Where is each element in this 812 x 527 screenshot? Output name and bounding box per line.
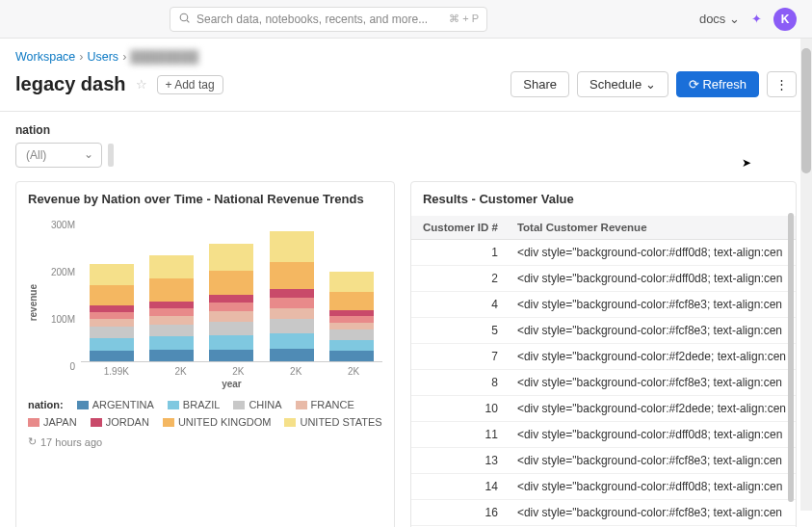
bar-segment xyxy=(329,351,374,361)
search-shortcut: ⌘ + P xyxy=(449,13,479,25)
legend-item[interactable]: UNITED STATES xyxy=(284,416,381,428)
bar-segment xyxy=(149,350,194,361)
search-input[interactable]: Search data, notebooks, recents, and mor… xyxy=(170,7,487,32)
table-row[interactable]: 11<div style="background-color:#dff0d8; … xyxy=(411,422,796,448)
legend-swatch xyxy=(233,401,245,409)
bar-segment xyxy=(149,308,194,316)
filter-resize-handle[interactable] xyxy=(108,144,114,167)
bar-segment xyxy=(209,322,253,335)
filter-label: nation xyxy=(15,123,797,137)
table-row[interactable]: 2<div style="background-color:#dff0d8; t… xyxy=(411,266,796,292)
legend-label: ARGENTINA xyxy=(92,399,154,410)
bar-segment xyxy=(90,351,134,361)
table-row[interactable]: 13<div style="background-color:#fcf8e3; … xyxy=(411,448,796,474)
breadcrumb-item[interactable]: Users xyxy=(87,50,118,64)
schedule-button[interactable]: Schedule ⌄ xyxy=(577,71,668,97)
panel-title: Results - Customer Value xyxy=(411,192,796,206)
bar-segment xyxy=(270,308,314,320)
table-row[interactable]: 16<div style="background-color:#fcf8e3; … xyxy=(411,500,796,526)
table-row[interactable]: 8<div style="background-color:#fcf8e3; t… xyxy=(411,370,796,396)
more-vertical-icon: ⋮ xyxy=(775,77,788,92)
refresh-button[interactable]: ⟳ Refresh xyxy=(676,71,759,97)
svg-line-1 xyxy=(187,20,189,22)
bar-segment xyxy=(329,323,374,329)
bar-segment xyxy=(149,316,194,325)
bar[interactable] xyxy=(209,244,253,361)
bar-segment xyxy=(329,329,374,340)
legend-item[interactable]: CHINA xyxy=(233,399,281,410)
cell-id: 1 xyxy=(411,240,508,265)
legend-item[interactable]: ARGENTINA xyxy=(77,399,154,410)
legend-swatch xyxy=(28,418,39,427)
bar-segment xyxy=(149,255,194,279)
table-row[interactable]: 7<div style="background-color:#f2dede; t… xyxy=(411,344,796,370)
add-tag-button[interactable]: + Add tag xyxy=(157,75,223,94)
bar[interactable] xyxy=(90,264,134,361)
bar[interactable] xyxy=(270,231,314,361)
bar-segment xyxy=(270,262,314,289)
panel-scrollbar-thumb[interactable] xyxy=(788,213,794,502)
cell-revenue: <div style="background-color:#fcf8e3; te… xyxy=(508,500,796,525)
legend-item[interactable]: JORDAN xyxy=(91,416,149,428)
col-header-revenue[interactable]: Total Customer Revenue xyxy=(508,216,796,239)
cell-revenue: <div style="background-color:#fcf8e3; te… xyxy=(508,318,796,343)
legend-label: BRAZIL xyxy=(183,399,221,410)
kebab-menu-button[interactable]: ⋮ xyxy=(767,71,797,97)
cell-id: 8 xyxy=(411,370,508,395)
bar[interactable] xyxy=(149,255,194,361)
col-header-id[interactable]: Customer ID # xyxy=(411,216,508,239)
bar-segment xyxy=(329,272,374,292)
legend-label: CHINA xyxy=(249,399,281,410)
y-tick: 300M xyxy=(51,220,75,230)
share-button[interactable]: Share xyxy=(511,71,569,97)
bar-segment xyxy=(270,289,314,298)
cell-revenue: <div style="background-color:#fcf8e3; te… xyxy=(508,448,796,473)
docs-dropdown[interactable]: docs ⌄ xyxy=(699,12,740,26)
x-axis: 1.99K2K2K2K2K xyxy=(81,366,382,377)
bar-segment xyxy=(209,303,253,311)
legend-item[interactable]: UNITED KINGDOM xyxy=(163,416,272,428)
legend-item[interactable]: FRANCE xyxy=(296,399,354,410)
bar-segment xyxy=(149,336,194,350)
x-tick: 2K xyxy=(348,366,359,377)
bar-segment xyxy=(209,311,253,322)
page-scrollbar-thumb[interactable] xyxy=(801,48,811,173)
legend-swatch xyxy=(168,401,179,409)
bar-segment xyxy=(270,298,314,308)
table-row[interactable]: 1<div style="background-color:#dff0d8; t… xyxy=(411,240,796,266)
chevron-down-icon: ⌄ xyxy=(645,77,656,92)
bar-segment xyxy=(149,302,194,308)
table-row[interactable]: 14<div style="background-color:#dff0d8; … xyxy=(411,474,796,500)
star-icon[interactable]: ☆ xyxy=(136,77,147,92)
legend-item[interactable]: JAPAN xyxy=(28,416,77,428)
table-row[interactable]: 4<div style="background-color:#fcf8e3; t… xyxy=(411,292,796,318)
bar-segment xyxy=(90,264,134,285)
bar[interactable] xyxy=(329,272,374,361)
cell-id: 14 xyxy=(411,474,508,499)
cell-revenue: <div style="background-color:#f2dede; te… xyxy=(508,396,796,421)
cell-id: 7 xyxy=(411,344,508,369)
bar-segment xyxy=(270,333,314,349)
cell-id: 4 xyxy=(411,292,508,317)
chart-title: Revenue by Nation over Time - National R… xyxy=(28,192,382,206)
bar-segment xyxy=(270,319,314,333)
bar-segment xyxy=(149,325,194,337)
cell-revenue: <div style="background-color:#dff0d8; te… xyxy=(508,266,796,291)
table-header-row: Customer ID # Total Customer Revenue xyxy=(411,216,796,240)
legend-item[interactable]: BRAZIL xyxy=(168,399,221,410)
cell-revenue: <div style="background-color:#fcf8e3; te… xyxy=(508,292,796,317)
table-row[interactable]: 5<div style="background-color:#fcf8e3; t… xyxy=(411,318,796,344)
chart-timestamp: ↻ 17 hours ago xyxy=(28,435,382,448)
chevron-down-icon: ⌄ xyxy=(729,12,740,26)
ai-sparkle-icon[interactable]: ✦ xyxy=(751,12,762,26)
breadcrumb-sep: › xyxy=(79,50,83,64)
breadcrumb-item[interactable]: Workspace xyxy=(15,50,75,64)
user-avatar[interactable]: K xyxy=(773,8,797,31)
cell-id: 16 xyxy=(411,500,508,525)
cell-id: 2 xyxy=(411,266,508,291)
breadcrumb-item[interactable]: ████████ xyxy=(130,50,198,64)
y-tick: 0 xyxy=(69,361,75,372)
nation-filter-select[interactable]: (All) xyxy=(15,143,102,168)
search-icon xyxy=(178,12,191,27)
table-row[interactable]: 10<div style="background-color:#f2dede; … xyxy=(411,396,796,422)
